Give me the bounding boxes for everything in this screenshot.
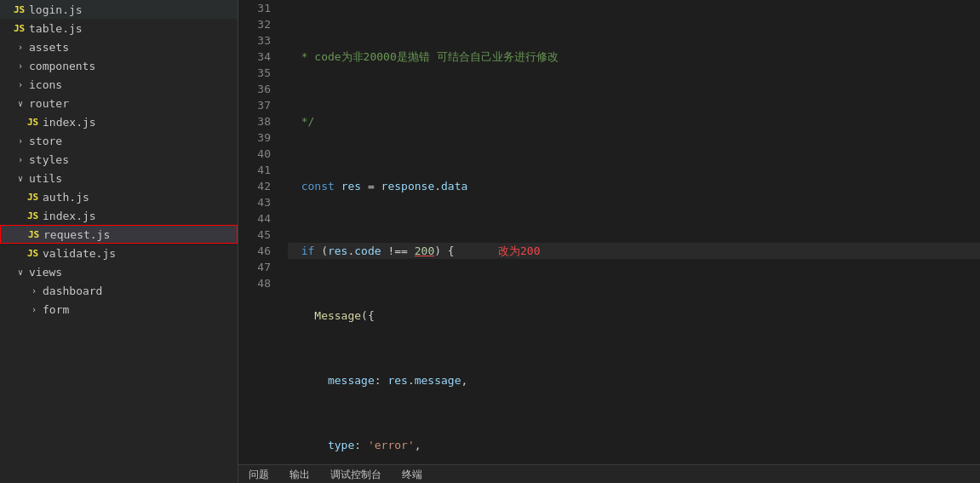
file-tree: JS login.js JS table.js › assets › compo… [0,0,238,483]
js-icon: JS [14,23,29,34]
sidebar-item-index-js[interactable]: JS index.js [0,206,238,225]
chevron-down-icon: ∨ [14,99,27,108]
code-annotation: 改为200 [472,243,541,259]
code-token: 200 [415,243,434,259]
code-token: */ [288,113,314,129]
code-token: res [387,372,407,388]
sidebar-item-label: router [29,97,69,110]
line-num: 45 [245,227,271,243]
tab-debug-console[interactable]: 调试控制台 [320,465,392,484]
code-token: message [288,372,375,388]
chevron-right-icon: › [14,61,27,71]
sidebar-item-label: components [29,60,95,72]
sidebar-item-label: validate.js [43,247,116,260]
sidebar-item-label: dashboard [43,285,102,297]
tab-terminal[interactable]: 终端 [392,465,433,484]
line-num: 36 [245,81,271,97]
chevron-down-icon: ∨ [14,174,27,183]
js-icon: JS [27,192,43,203]
tab-problems[interactable]: 问题 [238,465,279,484]
chevron-right-icon: › [27,286,41,296]
sidebar-item-store[interactable]: › store [0,131,238,150]
chevron-right-icon: › [14,80,27,89]
line-num: 35 [245,65,271,81]
line-num: 48 [245,275,271,291]
sidebar-item-label: index.js [43,116,96,129]
sidebar-item-components[interactable]: › components [0,56,238,75]
sidebar-item-router[interactable]: ∨ router [0,94,238,112]
code-token: if [288,243,321,259]
js-icon: JS [28,229,43,240]
code-token: res [328,243,347,259]
sidebar-item-login-js[interactable]: JS login.js [0,0,238,19]
code-token: * code为非20000是抛错 可结合自己业务进行修改 [288,49,559,65]
sidebar-item-styles[interactable]: › styles [0,150,238,169]
sidebar-item-dashboard[interactable]: › dashboard [0,281,238,300]
line-num: 31 [245,0,271,16]
line-numbers: 31 32 33 34 35 36 37 38 39 40 41 42 43 4… [238,0,281,464]
line-num: 32 [245,16,271,32]
code-line-32: */ [288,113,980,129]
sidebar-item-router-index-js[interactable]: JS index.js [0,112,238,131]
sidebar-item-auth-js[interactable]: JS auth.js [0,187,238,206]
sidebar-item-label: utils [29,172,62,185]
code-token: response [381,178,435,194]
code-token: , [461,372,468,388]
code-editor: 31 32 33 34 35 36 37 38 39 40 41 42 43 4… [238,0,980,483]
code-line-31: * code为非20000是抛错 可结合自己业务进行修改 [288,49,980,65]
js-icon: JS [27,210,43,221]
sidebar-item-label: store [29,135,62,147]
code-token: data [441,178,467,194]
code-token: !== [381,243,415,259]
code-token: . [347,243,354,259]
line-num: 43 [245,194,271,210]
code-token: . [408,372,415,388]
line-num: 33 [245,32,271,49]
tab-output[interactable]: 输出 [279,465,320,484]
code-token: message [415,372,461,388]
code-token: : [375,372,388,388]
line-num: 40 [245,146,271,162]
line-num: 46 [245,243,271,259]
sidebar-item-form[interactable]: › form [0,300,238,319]
code-line-36: message: res.message, [288,372,980,388]
code-line-35: Message({ [288,308,980,324]
line-num: 37 [245,97,271,113]
code-token: ) { [434,243,454,259]
line-num: 41 [245,162,271,178]
bottom-panel-tabs: 问题 输出 调试控制台 终端 [238,464,980,483]
code-token: const [288,178,341,194]
sidebar-item-views[interactable]: ∨ views [0,262,238,281]
sidebar-item-label: login.js [29,3,83,16]
code-token: code [354,243,381,259]
sidebar-item-label: icons [29,78,62,91]
code-token: ({ [361,308,375,324]
sidebar-item-label: table.js [29,22,83,35]
sidebar-item-utils[interactable]: ∨ utils [0,169,238,187]
code-token: type [288,437,354,453]
chevron-down-icon: ∨ [14,267,27,277]
sidebar-item-label: index.js [43,210,96,222]
chevron-right-icon: › [14,155,27,164]
sidebar-item-label: assets [29,41,69,54]
code-token: res [341,178,361,194]
sidebar-item-label: request.js [43,228,110,241]
sidebar-item-label: form [43,303,69,316]
code-token: Message [288,308,361,324]
chevron-right-icon: › [14,136,27,146]
sidebar-item-label: auth.js [43,191,89,204]
code-token: : [354,437,368,453]
code-line-34: if (res.code !== 200) { 改为200 [288,243,980,259]
sidebar-item-assets[interactable]: › assets [0,37,238,56]
js-icon: JS [27,248,43,259]
sidebar-item-request-js[interactable]: JS request.js [0,225,238,244]
sidebar-item-label: styles [29,153,69,166]
sidebar-item-table-js[interactable]: JS table.js [0,19,238,37]
line-num: 39 [245,129,271,146]
js-icon: JS [14,4,29,15]
chevron-right-icon: › [27,305,41,314]
sidebar-item-validate-js[interactable]: JS validate.js [0,244,238,262]
line-num: 34 [245,49,271,65]
code-token: ( [321,243,328,259]
sidebar-item-icons[interactable]: › icons [0,75,238,94]
